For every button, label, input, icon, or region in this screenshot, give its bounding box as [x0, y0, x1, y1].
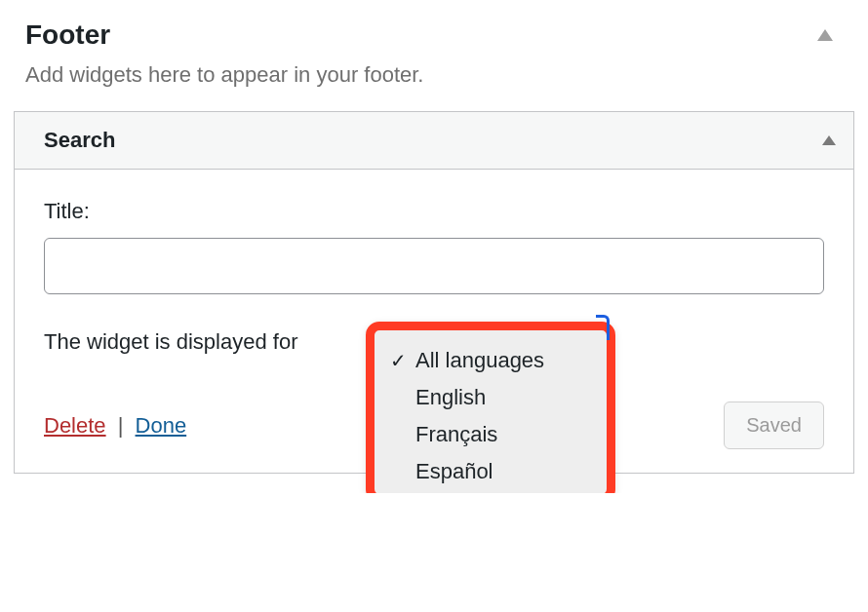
dropdown-caret-icon: [596, 315, 610, 340]
title-label: Title:: [44, 199, 824, 224]
saved-button[interactable]: Saved: [724, 402, 824, 449]
delete-link[interactable]: Delete: [44, 413, 106, 438]
search-widget-body: Title: The widget is displayed for Delet…: [15, 170, 853, 473]
title-input[interactable]: [44, 238, 824, 294]
dropdown-item-all-languages[interactable]: ✓ All languages: [375, 342, 607, 379]
search-widget-header[interactable]: Search: [15, 112, 853, 170]
collapse-icon: [822, 135, 836, 145]
footer-section-description: Add widgets here to appear in your foote…: [12, 62, 856, 111]
dropdown-item-label: English: [415, 385, 486, 410]
dropdown-item-espanol[interactable]: Español: [375, 453, 607, 490]
footer-section-title: Footer: [25, 19, 110, 51]
done-link[interactable]: Done: [136, 413, 187, 438]
search-widget-title: Search: [44, 128, 115, 153]
dropdown-item-francais[interactable]: Français: [375, 416, 607, 453]
search-widget-panel: Search Title: The widget is displayed fo…: [14, 111, 854, 474]
dropdown-item-english[interactable]: English: [375, 379, 607, 416]
language-dropdown-popup: ✓ All languages English Français Español: [366, 322, 615, 493]
footer-section-header[interactable]: Footer: [12, 19, 856, 62]
dropdown-item-label: Español: [415, 459, 493, 484]
dropdown-item-label: All languages: [415, 348, 544, 373]
dropdown-item-label: Français: [415, 422, 497, 447]
check-icon: ✓: [390, 349, 412, 372]
left-actions: Delete | Done: [44, 413, 186, 439]
collapse-icon: [817, 29, 833, 41]
action-divider: |: [118, 413, 124, 438]
